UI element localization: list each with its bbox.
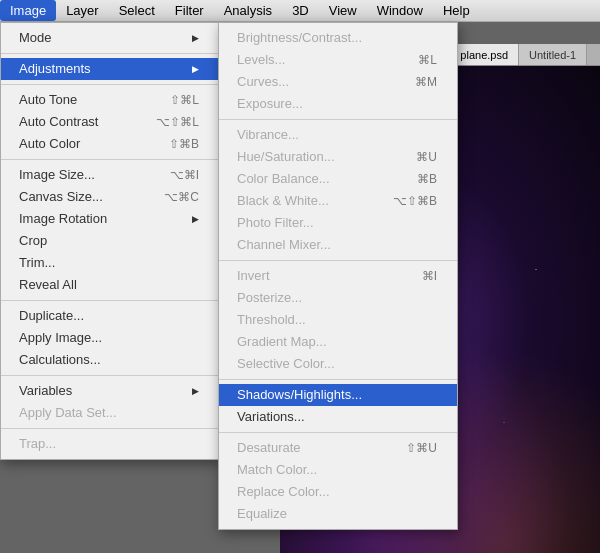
separator-6 bbox=[1, 428, 219, 429]
adj-separator-3 bbox=[219, 379, 457, 380]
tab-plane[interactable]: plane.psd bbox=[450, 44, 519, 65]
adj-separator-4 bbox=[219, 432, 457, 433]
separator-1 bbox=[1, 53, 219, 54]
menu-window[interactable]: Window bbox=[367, 0, 433, 21]
adj-equalize[interactable]: Equalize bbox=[219, 503, 457, 525]
menu-item-adjustments[interactable]: Adjustments bbox=[1, 58, 219, 80]
separator-3 bbox=[1, 159, 219, 160]
adj-invert[interactable]: Invert ⌘I bbox=[219, 265, 457, 287]
adjustments-menu-dropdown: Brightness/Contrast... Levels... ⌘L Curv… bbox=[218, 22, 458, 530]
menu-item-calculations[interactable]: Calculations... bbox=[1, 349, 219, 371]
image-menu-dropdown: Mode Adjustments Auto Tone ⇧⌘L Auto Cont… bbox=[0, 22, 220, 460]
menu-item-duplicate[interactable]: Duplicate... bbox=[1, 305, 219, 327]
adj-separator-2 bbox=[219, 260, 457, 261]
tab-untitled[interactable]: Untitled-1 bbox=[519, 44, 587, 65]
adj-brightness-contrast[interactable]: Brightness/Contrast... bbox=[219, 27, 457, 49]
menu-item-auto-color[interactable]: Auto Color ⇧⌘B bbox=[1, 133, 219, 155]
menu-item-image-size[interactable]: Image Size... ⌥⌘I bbox=[1, 164, 219, 186]
menu-item-crop[interactable]: Crop bbox=[1, 230, 219, 252]
adj-curves[interactable]: Curves... ⌘M bbox=[219, 71, 457, 93]
adj-match-color[interactable]: Match Color... bbox=[219, 459, 457, 481]
menu-item-variables[interactable]: Variables bbox=[1, 380, 219, 402]
adj-vibrance[interactable]: Vibrance... bbox=[219, 124, 457, 146]
menu-item-trap[interactable]: Trap... bbox=[1, 433, 219, 455]
adj-channel-mixer[interactable]: Channel Mixer... bbox=[219, 234, 457, 256]
menu-help[interactable]: Help bbox=[433, 0, 480, 21]
adj-posterize[interactable]: Posterize... bbox=[219, 287, 457, 309]
adj-black-white[interactable]: Black & White... ⌥⇧⌘B bbox=[219, 190, 457, 212]
adj-hue-saturation[interactable]: Hue/Saturation... ⌘U bbox=[219, 146, 457, 168]
adj-separator-1 bbox=[219, 119, 457, 120]
menu-select[interactable]: Select bbox=[109, 0, 165, 21]
adj-replace-color[interactable]: Replace Color... bbox=[219, 481, 457, 503]
adj-color-balance[interactable]: Color Balance... ⌘B bbox=[219, 168, 457, 190]
separator-2 bbox=[1, 84, 219, 85]
menu-item-apply-data-set[interactable]: Apply Data Set... bbox=[1, 402, 219, 424]
menu-filter[interactable]: Filter bbox=[165, 0, 214, 21]
menu-item-reveal-all[interactable]: Reveal All bbox=[1, 274, 219, 296]
menu-image[interactable]: Image bbox=[0, 0, 56, 21]
menu-analysis[interactable]: Analysis bbox=[214, 0, 282, 21]
adj-selective-color[interactable]: Selective Color... bbox=[219, 353, 457, 375]
menu-item-trim[interactable]: Trim... bbox=[1, 252, 219, 274]
adj-shadows-highlights[interactable]: Shadows/Highlights... bbox=[219, 384, 457, 406]
separator-5 bbox=[1, 375, 219, 376]
separator-4 bbox=[1, 300, 219, 301]
menu-item-image-rotation[interactable]: Image Rotation bbox=[1, 208, 219, 230]
adj-desaturate[interactable]: Desaturate ⇧⌘U bbox=[219, 437, 457, 459]
menu-item-canvas-size[interactable]: Canvas Size... ⌥⌘C bbox=[1, 186, 219, 208]
menu-layer[interactable]: Layer bbox=[56, 0, 109, 21]
adj-levels[interactable]: Levels... ⌘L bbox=[219, 49, 457, 71]
adj-threshold[interactable]: Threshold... bbox=[219, 309, 457, 331]
menu-item-auto-tone[interactable]: Auto Tone ⇧⌘L bbox=[1, 89, 219, 111]
menu-bar: Image Layer Select Filter Analysis 3D Vi… bbox=[0, 0, 600, 22]
menu-item-auto-contrast[interactable]: Auto Contrast ⌥⇧⌘L bbox=[1, 111, 219, 133]
menu-item-apply-image[interactable]: Apply Image... bbox=[1, 327, 219, 349]
adj-photo-filter[interactable]: Photo Filter... bbox=[219, 212, 457, 234]
menu-3d[interactable]: 3D bbox=[282, 0, 319, 21]
adj-variations[interactable]: Variations... bbox=[219, 406, 457, 428]
menu-view[interactable]: View bbox=[319, 0, 367, 21]
adj-gradient-map[interactable]: Gradient Map... bbox=[219, 331, 457, 353]
adj-exposure[interactable]: Exposure... bbox=[219, 93, 457, 115]
menu-item-mode[interactable]: Mode bbox=[1, 27, 219, 49]
